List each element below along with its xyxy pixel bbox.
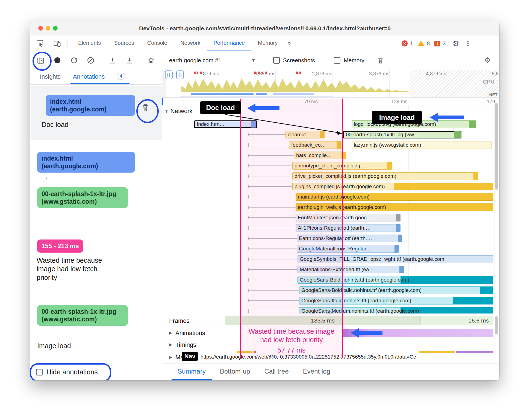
network-request-bar[interactable]: drive_picker_compiled.js (earth.google.c… <box>292 172 478 180</box>
screenshots-label: Screenshots <box>283 57 315 64</box>
download-profile-icon[interactable] <box>125 56 134 64</box>
chevron-down-icon[interactable]: ▾ <box>252 57 255 63</box>
network-request-bar[interactable]: MaterialIcons-Extended.ttf (ea… <box>298 266 404 273</box>
request-label: index.htm… <box>197 121 225 127</box>
performance-toolbar <box>30 51 499 70</box>
network-request-bar[interactable]: GoogleMaterialIcons-Regular.… <box>297 245 399 253</box>
request-label: drive_picker_compiled.js (earth.google.c… <box>295 173 396 179</box>
animation-bar[interactable] <box>343 329 493 337</box>
screenshots-checkbox[interactable] <box>273 57 280 64</box>
request-label: main.dart.js (earth.google.com) <box>298 194 370 200</box>
tab-sources[interactable]: Sources <box>107 36 140 51</box>
bottom-tab-event-log[interactable]: Event log <box>297 363 336 380</box>
network-request-bar[interactable]: GoogleSans-Italic.nohints.ttf (earth.goo… <box>299 297 493 304</box>
frames-track[interactable]: Frames 133.5 ms 16.6 ms <box>162 314 499 327</box>
network-request-bar[interactable]: FontManifest.json (earth.goog… <box>296 214 401 221</box>
bottom-tabbar: SummaryBottom-upCall treeEvent log <box>162 363 499 380</box>
frame-bar-1[interactable]: 133.5 ms <box>225 316 421 325</box>
network-scrollbar[interactable] <box>495 103 498 190</box>
toggle-sidebar-icon[interactable] <box>37 57 45 65</box>
tab-network[interactable]: Network <box>174 36 207 51</box>
hide-annotations-label: Hide annotations <box>46 368 98 376</box>
devtools-window: DevTools - earth.google.com/static/multi… <box>30 21 499 380</box>
network-request-bar[interactable]: All1PIcons-Regular.otf (earth.… <box>296 224 401 232</box>
kebab-menu-icon[interactable]: ⋮ <box>464 39 472 48</box>
request-label: GoogleSans-BoldItalic.nohints.ttf (earth… <box>301 287 422 293</box>
request-end-cap <box>320 131 325 138</box>
network-request-bar[interactable]: GoogleSans-BoldItalic.nohints.ttf (earth… <box>299 286 493 294</box>
tab-annotations[interactable]: Annotations <box>73 73 105 80</box>
request-label: plugins_compiled.js (earth.google.com) <box>295 184 385 190</box>
network-request-bar[interactable]: hats_compile… <box>294 152 346 159</box>
reload-record-button[interactable] <box>70 56 78 64</box>
network-request-bar[interactable]: main.dart.js (earth.google.com) <box>296 193 493 201</box>
range-handle-left[interactable] <box>165 70 173 79</box>
network-request-bar[interactable]: GoogleSans-Medium.nohints.ttf (earth.goo… <box>299 307 493 313</box>
collect-garbage-icon[interactable] <box>376 56 385 64</box>
performance-settings-gear-icon[interactable]: ⚙ <box>484 56 491 64</box>
status-badges: ✕ 1 ! 8 ! 3 ⚙ ⋮ <box>402 36 472 51</box>
network-request-bar[interactable]: GoogleSans-Bold.nohints.ttf (earth.googl… <box>298 276 493 284</box>
network-request-bar[interactable]: feedback_co… <box>289 141 341 149</box>
main-collapse-icon[interactable]: ▶ <box>169 355 172 360</box>
annotation-pill-image[interactable]: 00-earth-splash-1x-ltr.jpg (www.gstatic.… <box>37 305 128 326</box>
network-request-bar[interactable]: GoogleSymbols_FILL_GRAD_opsz_wght.ttf (e… <box>298 255 493 263</box>
request-end-cap <box>341 152 346 159</box>
bottom-tab-call-tree[interactable]: Call tree <box>258 363 295 380</box>
network-request-bar[interactable]: plugins_compiled.js (earth.google.com) <box>292 183 493 190</box>
network-request-bar[interactable]: phenotype_client_compiled.j… <box>292 162 392 170</box>
link-arrow: → <box>40 172 49 181</box>
tracks-scrollbar[interactable] <box>495 316 498 334</box>
annotation-pill-link-from[interactable]: index.html (earth.google.com) <box>37 152 135 173</box>
tab-performance[interactable]: Performance <box>207 36 252 51</box>
annotation-label-image-load: Image load <box>37 342 71 350</box>
hide-annotations-toggle[interactable]: Hide annotations <box>36 368 98 376</box>
bottom-tab-summary[interactable]: Summary <box>172 363 212 380</box>
request-label: GoogleSans-Bold.nohints.ttf (earth.googl… <box>300 277 409 283</box>
annotation-pill-doc[interactable]: index.html (earth.google.com) <box>46 95 135 116</box>
session-select[interactable]: earth.google.com #1 <box>169 51 221 69</box>
more-tabs-icon[interactable]: » <box>284 36 294 51</box>
timeline-minimap[interactable]: 879 ms1,879 ms2,879 ms3,879 ms4,879 ms5,… <box>162 69 499 98</box>
image-load-annotation-label[interactable]: Image load <box>372 111 422 124</box>
tab-console[interactable]: Console <box>141 36 174 51</box>
bottom-tab-bottom-up[interactable]: Bottom-up <box>214 363 256 380</box>
delete-annotation-icon[interactable] <box>141 103 150 113</box>
error-count: 1 <box>410 40 413 47</box>
range-handle-right[interactable] <box>176 70 184 79</box>
error-icon[interactable]: ✕ <box>402 40 408 46</box>
network-request-bar[interactable]: lazy.min.js (www.gstatic.com) <box>352 141 492 149</box>
tab-insights[interactable]: Insights <box>40 73 61 80</box>
animations-collapse-icon[interactable]: ▶ <box>169 330 172 335</box>
upload-profile-icon[interactable] <box>108 56 117 64</box>
network-request-bar[interactable]: EarthIcons-Regular.otf (earth.… <box>297 235 402 242</box>
annotation-pill-link-to[interactable]: 00-earth-splash-1x-ltr.jpg (www.gstatic.… <box>37 187 128 208</box>
network-request-bar[interactable]: 00-earth-splash-1x-ltr.jpg (ww… <box>343 131 461 138</box>
tab-memory[interactable]: Memory <box>251 36 284 51</box>
settings-gear-icon[interactable]: ⚙ <box>452 39 459 48</box>
home-icon[interactable] <box>147 56 155 64</box>
request-whisker <box>248 228 296 228</box>
collapse-triangle-icon[interactable]: ▼ <box>164 109 169 114</box>
tab-elements[interactable]: Elements <box>72 36 107 51</box>
device-toolbar-icon[interactable] <box>53 39 61 48</box>
frame-bar-2[interactable]: 16.6 ms <box>421 316 493 325</box>
network-request-bar[interactable]: clearcut… <box>285 131 325 138</box>
network-request-bar[interactable]: earthplugin_web.js (earth.google.com) <box>296 203 493 211</box>
clear-button[interactable] <box>87 56 95 64</box>
network-track-header[interactable]: ▼ Network <box>164 108 193 115</box>
memory-checkbox[interactable] <box>334 57 340 64</box>
warning-icon[interactable]: ! <box>418 41 424 46</box>
annotation-pill-range[interactable]: 155 - 213 ms <box>37 239 83 253</box>
network-request-bar[interactable]: index.htm… <box>194 120 257 128</box>
wasted-time-annotation[interactable]: Wasted time because image had low fetch … <box>245 327 338 354</box>
record-button[interactable] <box>54 57 60 63</box>
issues-icon[interactable]: ! <box>434 41 440 46</box>
timings-collapse-icon[interactable]: ▶ <box>169 342 172 347</box>
screenshots-toggle[interactable]: Screenshots <box>273 51 315 69</box>
request-end-cap <box>469 120 476 128</box>
doc-load-annotation-label[interactable]: Doc load <box>200 101 241 114</box>
inspect-element-icon[interactable] <box>36 39 44 48</box>
memory-toggle[interactable]: Memory <box>334 51 364 69</box>
hide-annotations-checkbox[interactable] <box>36 369 43 375</box>
